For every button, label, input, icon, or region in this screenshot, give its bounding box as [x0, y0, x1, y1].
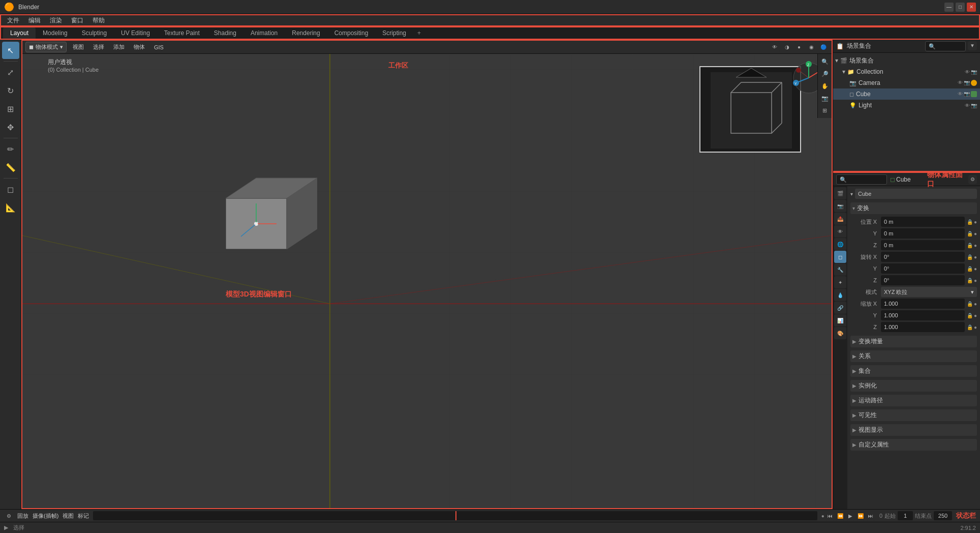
tab-add-button[interactable]: +	[413, 27, 425, 39]
tab-uv-editing[interactable]: UV Editing	[114, 27, 157, 39]
rot-y-animate[interactable]: ●	[974, 266, 977, 272]
relations-header[interactable]: ▶ 关系	[850, 350, 977, 362]
frame-start-input[interactable]: 1	[898, 511, 913, 520]
rotation-x-input[interactable]: 0°	[881, 252, 965, 262]
timeline-keying[interactable]: 摄像(插帧)	[33, 512, 58, 520]
tool-transform[interactable]: ✥	[2, 119, 19, 136]
menu-render[interactable]: 渲染	[46, 15, 66, 26]
tool-extra[interactable]: 📐	[2, 199, 19, 216]
vp-menu-object[interactable]: 物体	[131, 42, 148, 52]
properties-search[interactable]	[836, 174, 887, 185]
menu-edit[interactable]: 编辑	[24, 15, 45, 26]
pos-x-lock[interactable]: 🔒	[967, 219, 973, 225]
tab-shading[interactable]: Shading	[207, 27, 243, 39]
scale-x-animate[interactable]: ●	[974, 301, 977, 307]
tab-layout[interactable]: Layout	[3, 27, 36, 39]
tool-select[interactable]: ↖	[2, 42, 19, 59]
props-tab-material[interactable]: 🎨	[834, 327, 846, 339]
props-settings-btn[interactable]: ⚙	[968, 175, 977, 184]
vp-solid-btn[interactable]: ●	[794, 42, 804, 52]
jump-start-btn[interactable]: ⏮	[825, 511, 835, 520]
props-tab-data[interactable]: 📊	[834, 314, 846, 327]
vp-shading-btn[interactable]: ◑	[782, 42, 792, 52]
tool-move[interactable]: ⤢	[2, 64, 19, 81]
outliner-row-cube[interactable]: ◻ Cube 👁 📷	[833, 88, 980, 100]
vp-render-btn[interactable]: 🔵	[818, 42, 829, 52]
viewport-display-header[interactable]: ▶ 视图显示	[850, 424, 977, 436]
position-z-input[interactable]: 0 m	[881, 240, 965, 250]
play-btn[interactable]: ▶	[846, 511, 855, 520]
vp-grid[interactable]: ⊞	[819, 105, 831, 116]
tool-annotate[interactable]: ✏	[2, 140, 19, 158]
viewport[interactable]: ◼ 物体模式 ▾ 视图 选择 添加 物体 GIS 👁 ◑ ● ◉ 🔵	[21, 40, 833, 509]
next-frame-btn[interactable]: ⏩	[856, 511, 865, 520]
menu-window[interactable]: 窗口	[67, 15, 87, 26]
props-tab-object[interactable]: ◻	[834, 251, 846, 263]
close-button[interactable]: ✕	[967, 3, 976, 12]
props-tab-view[interactable]: 👁	[834, 225, 846, 238]
maximize-button[interactable]: □	[956, 3, 965, 12]
collections-header[interactable]: ▶ 集合	[850, 365, 977, 377]
props-tab-constraints[interactable]: 🔗	[834, 302, 846, 314]
timeline-marker[interactable]: 标记	[78, 512, 89, 520]
transform-header[interactable]: ▾ 变换	[850, 202, 977, 214]
tool-measure[interactable]: 📏	[2, 159, 19, 176]
scale-z-input[interactable]: 1.000	[881, 322, 965, 332]
mode-selector[interactable]: ◼ 物体模式 ▾	[25, 42, 67, 52]
motion-paths-header[interactable]: ▶ 运动路径	[850, 395, 977, 406]
scale-y-input[interactable]: 1.000	[881, 310, 965, 320]
outliner-row-scene[interactable]: ▾ 🎬 场景集合	[833, 55, 980, 66]
vp-menu-add[interactable]: 添加	[110, 42, 128, 52]
props-tab-world[interactable]: 🌐	[834, 238, 846, 250]
tab-texture-paint[interactable]: Texture Paint	[157, 27, 207, 39]
pos-z-lock[interactable]: 🔒	[967, 243, 973, 248]
scale-x-input[interactable]: 1.000	[881, 299, 965, 309]
outliner-row-camera[interactable]: 📷 Camera 👁 📷	[833, 77, 980, 88]
vp-zoom-out[interactable]: 🔎	[819, 68, 831, 79]
timeline-playback[interactable]: 固放	[17, 512, 28, 520]
vp-menu-view[interactable]: 视图	[70, 42, 87, 52]
rotation-y-input[interactable]: 0°	[881, 263, 965, 274]
tab-modeling[interactable]: Modeling	[36, 27, 75, 39]
vp-overlay-btn[interactable]: 👁	[770, 42, 780, 52]
position-y-input[interactable]: 0 m	[881, 228, 965, 239]
tool-scale[interactable]: ⊞	[2, 100, 19, 117]
vp-camera[interactable]: 📷	[819, 93, 831, 104]
timeline-settings[interactable]: ⚙	[4, 511, 13, 520]
rot-x-animate[interactable]: ●	[974, 254, 977, 260]
props-tab-particles[interactable]: ✦	[834, 276, 846, 288]
tab-compositing[interactable]: Compositing	[327, 27, 376, 39]
vp-menu-select[interactable]: 选择	[90, 42, 107, 52]
tab-scripting[interactable]: Scripting	[375, 27, 413, 39]
pos-y-lock[interactable]: 🔒	[967, 231, 973, 236]
outliner-search[interactable]	[925, 41, 966, 51]
vp-zoom-in[interactable]: 🔍	[819, 56, 831, 67]
props-tab-physics[interactable]: 💧	[834, 289, 846, 301]
scale-y-lock[interactable]: 🔒	[967, 313, 973, 318]
outliner-row-light[interactable]: 💡 Light 👁 📷	[833, 100, 980, 111]
tool-rotate[interactable]: ↻	[2, 82, 19, 99]
jump-end-btn[interactable]: ⏭	[866, 511, 875, 520]
props-tab-modifier[interactable]: 🔧	[834, 263, 846, 276]
props-tab-output[interactable]: 📤	[834, 213, 846, 225]
rotation-mode-select[interactable]: XYZ 欧拉 ▾	[881, 287, 977, 297]
object-name-input[interactable]: Cube	[855, 189, 977, 199]
props-tab-scene[interactable]: 🎬	[834, 187, 846, 199]
rotation-z-input[interactable]: 0°	[881, 275, 965, 285]
tab-sculpting[interactable]: Sculpting	[75, 27, 114, 39]
timeline-ruler[interactable]	[93, 511, 817, 520]
pos-z-animate[interactable]: ●	[974, 243, 977, 248]
vp-menu-gis[interactable]: GIS	[151, 43, 167, 51]
instancing-header[interactable]: ▶ 实例化	[850, 380, 977, 392]
delta-transform-header[interactable]: ▶ 变换增量	[850, 336, 977, 347]
rot-x-lock[interactable]: 🔒	[967, 254, 973, 260]
minimize-button[interactable]: —	[944, 3, 954, 12]
props-tab-render[interactable]: 📷	[834, 200, 846, 212]
outliner-filter[interactable]: ▼	[968, 41, 977, 50]
vp-material-btn[interactable]: ◉	[806, 42, 816, 52]
visibility-header[interactable]: ▶ 可见性	[850, 409, 977, 421]
vp-pan[interactable]: ✋	[819, 80, 831, 92]
pos-y-animate[interactable]: ●	[974, 231, 977, 236]
scale-y-animate[interactable]: ●	[974, 313, 977, 318]
position-x-input[interactable]: 0 m	[881, 217, 965, 227]
